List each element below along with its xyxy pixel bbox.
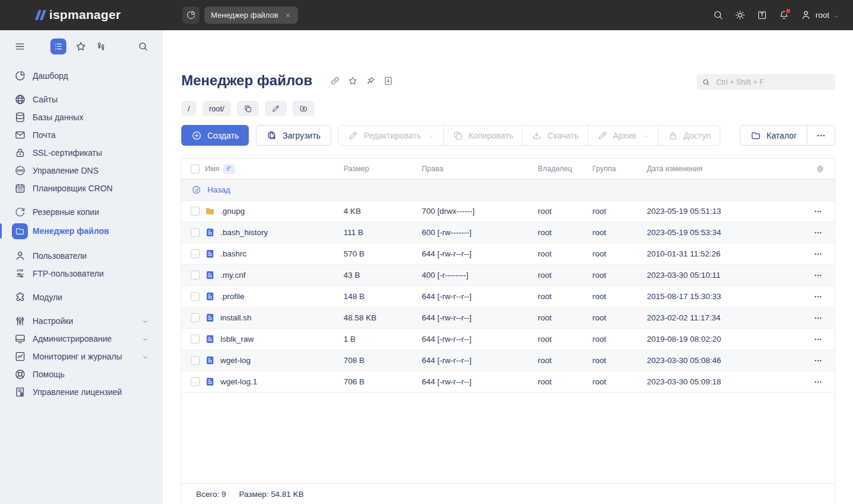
table-row[interactable]: .bash_history 111 B 600 [-rw-------] roo…: [181, 222, 835, 243]
dashboard-tab-button[interactable]: [182, 7, 200, 24]
sidebar-item[interactable]: Менеджер файлов: [0, 221, 163, 241]
hamburger-icon[interactable]: [14, 41, 25, 52]
row-checkbox[interactable]: [191, 249, 200, 258]
sidebar-item[interactable]: Сайты: [0, 91, 163, 108]
toolbar-button-disabled[interactable]: Скачать: [522, 126, 588, 145]
row-checkbox[interactable]: [191, 377, 200, 386]
sidebar-item[interactable]: Пользователи: [0, 247, 163, 265]
doc-download-icon[interactable]: [383, 76, 393, 86]
row-menu-button[interactable]: [812, 313, 824, 323]
sidebar-item[interactable]: DNS Управление DNS: [0, 162, 163, 179]
catalog-button[interactable]: Каталог: [740, 126, 807, 145]
table-row[interactable]: install.sh 48.58 KB 644 [-rw-r--r--] roo…: [181, 307, 835, 329]
row-menu-button[interactable]: [812, 292, 824, 301]
link-icon[interactable]: [330, 76, 340, 86]
ellipsis-icon: [812, 271, 824, 280]
sun-button[interactable]: [735, 9, 746, 21]
file-name: wget-log: [220, 356, 251, 365]
row-menu-button[interactable]: [812, 228, 824, 237]
file-size: 706 B: [344, 377, 422, 386]
table-empty-space: [181, 393, 835, 483]
file-name: .bash_history: [220, 228, 268, 237]
sidebar-item[interactable]: Модули: [0, 288, 163, 306]
toolbar-button-disabled[interactable]: Архив: [588, 126, 658, 145]
open-tab-file-manager[interactable]: Менеджер файлов: [204, 7, 298, 24]
dns-icon: DNS: [14, 165, 26, 176]
row-checkbox[interactable]: [191, 356, 200, 365]
sidebar-item[interactable]: Помощь: [0, 365, 163, 383]
row-checkbox[interactable]: [191, 335, 200, 344]
table-row[interactable]: .my.cnf 43 B 400 [-r--------] root root …: [181, 265, 835, 286]
export-button[interactable]: [756, 9, 768, 21]
close-icon[interactable]: [284, 12, 291, 19]
row-checkbox[interactable]: [191, 292, 200, 301]
sidebar: Дашборд Сайты Базы данных Почта SSL-серт: [0, 30, 163, 504]
calendar-icon: [14, 182, 26, 194]
favorites-icon[interactable]: [75, 41, 86, 52]
create-button-label: Создать: [207, 131, 239, 140]
table-row[interactable]: .profile 148 B 644 [-rw-r--r--] root roo…: [181, 286, 835, 307]
search-button[interactable]: [713, 9, 724, 21]
row-menu-button[interactable]: [812, 377, 824, 387]
table-row[interactable]: .gnupg 4 KB 700 [drwx------] root root 2…: [181, 201, 835, 222]
user-menu[interactable]: root: [800, 9, 839, 21]
star-icon[interactable]: [348, 76, 358, 86]
toolbar-button-disabled[interactable]: Копировать: [443, 126, 522, 145]
file-size: 708 B: [344, 356, 422, 365]
ellipsis-icon: [812, 228, 824, 237]
sidebar-item[interactable]: SSL-сертификаты: [0, 144, 163, 162]
row-checkbox[interactable]: [191, 207, 200, 216]
gear-icon[interactable]: [816, 165, 825, 174]
table-row[interactable]: .bashrc 570 B 644 [-rw-r--r--] root root…: [181, 243, 835, 265]
row-menu-button[interactable]: [812, 335, 824, 344]
row-menu-button[interactable]: [812, 207, 824, 216]
pin-icon[interactable]: [365, 76, 376, 86]
table-row[interactable]: lsblk_raw 1 B 644 [-rw-r--r--] root root…: [181, 329, 835, 350]
sort-icon: [226, 165, 233, 172]
breadcrumb-path[interactable]: root/: [203, 101, 231, 116]
file-size: 111 B: [344, 228, 422, 237]
breadcrumb-action-copy[interactable]: [237, 101, 259, 116]
more-actions-button[interactable]: [807, 126, 835, 145]
create-button[interactable]: Создать: [181, 125, 249, 146]
list-view-button[interactable]: [50, 38, 66, 54]
sidebar-item[interactable]: Планировщик CRON: [0, 179, 163, 197]
upload-button[interactable]: Загрузить: [256, 125, 331, 146]
sidebar-item[interactable]: Мониторинг и журналы: [0, 348, 163, 365]
row-menu-button[interactable]: [812, 356, 824, 365]
row-checkbox[interactable]: [191, 313, 200, 322]
sidebar-item[interactable]: Дашборд: [0, 67, 163, 85]
breadcrumb-root[interactable]: /: [181, 101, 197, 116]
breadcrumb-action-folder-star[interactable]: [293, 101, 315, 116]
sort-button[interactable]: [223, 164, 235, 174]
table-row[interactable]: wget-log.1 706 B 644 [-rw-r--r--] root r…: [181, 371, 835, 393]
monitor-icon: [14, 333, 26, 345]
row-checkbox[interactable]: [191, 271, 200, 280]
back-row[interactable]: ↺ Назад: [181, 179, 835, 201]
search-input[interactable]: [715, 78, 830, 87]
row-checkbox[interactable]: [191, 228, 200, 237]
sidebar-item-label: Почта: [33, 130, 56, 140]
sidebar-item[interactable]: Резервные копии: [0, 203, 163, 221]
sidebar-search-icon[interactable]: [137, 41, 149, 52]
select-all-checkbox[interactable]: [191, 165, 200, 174]
bell-button[interactable]: [778, 9, 790, 21]
sidebar-item[interactable]: Администрирование: [0, 330, 163, 348]
file-perms: 644 [-rw-r--r--]: [422, 313, 538, 322]
pencil-icon: [348, 130, 358, 141]
row-menu-button[interactable]: [812, 271, 824, 280]
toolbar-button-disabled[interactable]: Редактировать: [339, 126, 443, 145]
sidebar-item[interactable]: Настройки: [0, 312, 163, 330]
sidebar-item[interactable]: FTP FTP-пользователи: [0, 265, 163, 283]
file-group: root: [592, 377, 647, 386]
sidebar-item[interactable]: Базы данных: [0, 108, 163, 126]
sun-icon: [735, 9, 746, 21]
table-row[interactable]: wget-log 708 B 644 [-rw-r--r--] root roo…: [181, 350, 835, 371]
breadcrumb-action-pencil[interactable]: [265, 101, 287, 116]
file-owner: root: [538, 377, 592, 386]
row-menu-button[interactable]: [812, 249, 824, 259]
toolbar-button-disabled[interactable]: Доступ: [658, 126, 720, 145]
sidebar-item[interactable]: Управление лицензией: [0, 383, 163, 401]
sidebar-item[interactable]: Почта: [0, 126, 163, 144]
footsteps-icon[interactable]: [95, 41, 107, 52]
